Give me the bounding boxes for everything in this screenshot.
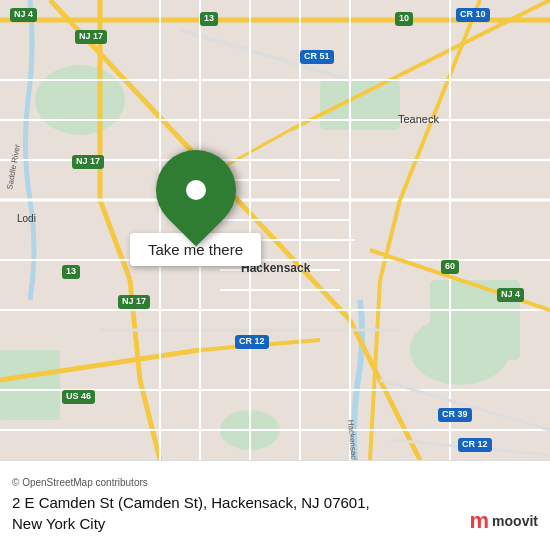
- rt10-shield: 10: [395, 12, 413, 26]
- map-pin: [139, 133, 252, 246]
- nj4-shield-right: NJ 4: [497, 288, 524, 302]
- svg-point-4: [410, 315, 510, 385]
- moovit-logo: m moovit: [470, 508, 538, 534]
- address-line1: 2 E Camden St (Camden St), Hackensack, N…: [12, 494, 370, 511]
- svg-point-1: [35, 65, 125, 135]
- us46-shield: US 46: [62, 390, 95, 404]
- nj4-shield-top: NJ 4: [10, 8, 37, 22]
- pin-dot: [186, 180, 206, 200]
- nj17-shield-top: NJ 17: [75, 30, 107, 44]
- cr12-shield-low: CR 12: [458, 438, 492, 452]
- nj17-shield-low: NJ 17: [118, 295, 150, 309]
- moovit-icon: m: [470, 508, 490, 534]
- osm-credit: © OpenStreetMap contributors: [12, 477, 538, 488]
- map-container: Saddle River Hackensack River NJ 4 NJ 17…: [0, 0, 550, 460]
- address-line2: New York City: [12, 515, 105, 532]
- teaneck-label: Teaneck: [395, 112, 442, 126]
- rt13-shield: 13: [200, 12, 218, 26]
- rt13-shield-mid: 13: [62, 265, 80, 279]
- popup-button[interactable]: Take me there: [130, 150, 261, 266]
- moovit-text: moovit: [492, 513, 538, 529]
- rt60-shield: 60: [441, 260, 459, 274]
- svg-rect-5: [0, 350, 60, 420]
- svg-rect-2: [320, 80, 400, 130]
- nj17-shield-mid: NJ 17: [72, 155, 104, 169]
- cr12-shield: CR 12: [235, 335, 269, 349]
- cr51-shield: CR 51: [300, 50, 334, 64]
- cr10-shield-top: CR 10: [456, 8, 490, 22]
- cr39-shield: CR 39: [438, 408, 472, 422]
- address-line: 2 E Camden St (Camden St), Hackensack, N…: [12, 492, 538, 534]
- lodi-label: Lodi: [14, 212, 39, 225]
- footer: © OpenStreetMap contributors 2 E Camden …: [0, 460, 550, 550]
